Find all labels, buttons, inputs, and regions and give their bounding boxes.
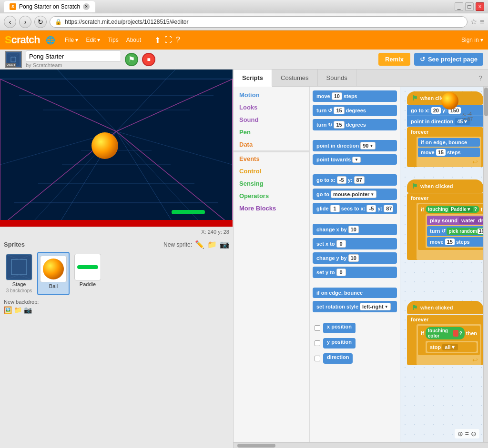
- y-position-checkbox[interactable]: [315, 340, 320, 346]
- block-change-x[interactable]: change x by 10: [313, 224, 397, 235]
- scripting-area[interactable]: ⚑ when clicked go to x: 20 y: 150 point …: [400, 87, 483, 442]
- block-x-position[interactable]: x position: [323, 323, 356, 333]
- glide-x[interactable]: -5: [366, 205, 376, 212]
- browser-menu-button[interactable]: ≡: [480, 18, 484, 26]
- glide-y[interactable]: 87: [384, 205, 393, 212]
- pick-random-block[interactable]: pick random 160 to 200: [447, 228, 483, 235]
- maximize-button[interactable]: □: [465, 2, 474, 11]
- block-set-x[interactable]: set x to 0: [313, 238, 397, 249]
- hat-when-clicked-2[interactable]: ⚑ when clicked: [407, 179, 483, 193]
- rotation-dropdown[interactable]: left-right: [360, 303, 391, 310]
- sign-in-button[interactable]: Sign in ▾: [461, 37, 483, 43]
- move-steps-1[interactable]: move 15 steps: [418, 148, 480, 157]
- upload-icon[interactable]: ⬆: [154, 36, 161, 45]
- direction-checkbox[interactable]: [315, 356, 320, 361]
- category-pen[interactable]: Pen: [234, 126, 309, 138]
- h-scrollbar-thumb[interactable]: [237, 444, 275, 448]
- move-val-1[interactable]: 15: [436, 149, 446, 156]
- about-menu[interactable]: About: [122, 30, 145, 50]
- paddle-dropdown[interactable]: Paddle▼: [449, 207, 473, 212]
- category-control[interactable]: Control: [234, 165, 309, 177]
- camera-backdrop-button[interactable]: 📷: [24, 306, 32, 314]
- set-x-input[interactable]: 0: [336, 240, 346, 248]
- category-sound[interactable]: Sound: [234, 113, 309, 126]
- color-condition[interactable]: touching color ?: [426, 327, 465, 339]
- help-icon[interactable]: ?: [176, 36, 180, 44]
- paddle-sprite-item[interactable]: Paddle: [72, 252, 103, 295]
- play-sound-block[interactable]: play sound water_drop▼: [427, 216, 483, 225]
- if-edge-bounce-1[interactable]: if on edge, bounce: [418, 138, 480, 147]
- tab-costumes[interactable]: Costumes: [272, 70, 318, 86]
- go-y-input[interactable]: 87: [354, 176, 365, 184]
- block-change-y[interactable]: change y by 10: [313, 252, 397, 264]
- tips-menu[interactable]: Tips: [104, 30, 122, 50]
- if-color-block[interactable]: if touching color ? then stop all▼: [418, 326, 480, 355]
- category-sensing[interactable]: Sensing: [234, 177, 309, 189]
- close-button[interactable]: ×: [476, 2, 484, 11]
- green-flag-button[interactable]: ⚑: [125, 53, 138, 66]
- category-more-blocks[interactable]: More Blocks: [234, 202, 309, 214]
- block-point-towards[interactable]: point towards: [313, 154, 397, 165]
- category-motion[interactable]: Motion: [234, 89, 309, 101]
- scrollbar-thumb[interactable]: [484, 88, 488, 116]
- fullscreen-icon[interactable]: ⛶: [164, 36, 172, 44]
- random-min[interactable]: 160: [478, 229, 483, 234]
- paint-sprite-button[interactable]: ✏️: [195, 240, 204, 249]
- remix-button[interactable]: Remix: [378, 53, 410, 66]
- block-y-position[interactable]: y position: [323, 338, 356, 348]
- file-menu[interactable]: File ▾: [61, 30, 82, 50]
- sound-dropdown[interactable]: water_drop▼: [459, 217, 483, 224]
- edit-menu[interactable]: Edit ▾: [82, 30, 104, 50]
- project-name-input[interactable]: [26, 50, 121, 62]
- block-go-to[interactable]: go to mouse-pointer: [313, 189, 397, 200]
- block-direction[interactable]: direction: [323, 353, 353, 364]
- block-set-rotation[interactable]: set rotation style left-right: [313, 301, 397, 312]
- block-turn-ccw[interactable]: turn ↺ 15 degrees: [313, 105, 397, 116]
- glide-secs[interactable]: 1: [330, 205, 340, 212]
- globe-icon[interactable]: 🌐: [46, 36, 55, 45]
- hat-when-clicked-3[interactable]: ⚑ when clicked: [407, 301, 483, 314]
- move-steps-2[interactable]: move 15 steps: [427, 237, 483, 247]
- category-looks[interactable]: Looks: [234, 101, 309, 113]
- address-bar[interactable]: 🔒 https://scratch.mit.edu/projects/10128…: [50, 16, 468, 28]
- degrees-input-ccw[interactable]: 15: [334, 107, 344, 114]
- bookmark-button[interactable]: ☆: [470, 17, 477, 26]
- ball-sprite-item[interactable]: ℹ: [37, 252, 70, 295]
- camera-sprite-button[interactable]: 📷: [220, 240, 229, 249]
- forward-button[interactable]: ›: [19, 16, 31, 28]
- forever-block-3[interactable]: forever if touching color ? then: [407, 315, 483, 365]
- set-y-input[interactable]: 0: [336, 269, 346, 276]
- steps-input[interactable]: 10: [332, 92, 342, 100]
- forever-block-1[interactable]: forever if on edge, bounce move 15 steps…: [407, 127, 483, 167]
- stage-sprite-item[interactable]: Stage 3 backdrops: [4, 252, 34, 295]
- back-button[interactable]: ‹: [4, 16, 16, 28]
- category-operators[interactable]: Operators: [234, 189, 309, 202]
- degrees-input-cw[interactable]: 15: [334, 121, 344, 129]
- minimize-button[interactable]: _: [455, 2, 463, 11]
- block-if-edge-bounce[interactable]: if on edge, bounce: [313, 288, 397, 298]
- block-move-steps[interactable]: move 10 steps: [313, 90, 397, 102]
- go-x-input[interactable]: -5: [337, 176, 346, 184]
- forever-block-2[interactable]: forever if touching Paddle▼ ? then: [407, 193, 483, 260]
- category-data[interactable]: Data: [234, 138, 309, 150]
- direction-dropdown[interactable]: 90: [360, 142, 376, 149]
- upload-sprite-button[interactable]: 📁: [207, 240, 217, 249]
- block-point-direction[interactable]: point in direction 90: [313, 140, 397, 151]
- block-glide[interactable]: glide 1 secs to x: -5 y: 87: [313, 203, 397, 214]
- see-project-button[interactable]: ↺ See project page: [414, 53, 483, 66]
- zoom-reset-button[interactable]: =: [465, 430, 469, 438]
- tab-sounds[interactable]: Sounds: [318, 70, 356, 86]
- tab-close-button[interactable]: ×: [83, 3, 90, 10]
- go-to-dropdown[interactable]: mouse-pointer: [331, 190, 376, 198]
- upload-backdrop-button[interactable]: 📁: [14, 306, 22, 314]
- block-go-to-xy[interactable]: go to x: -5 y: 87: [313, 174, 397, 186]
- stop-dropdown[interactable]: all▼: [442, 344, 458, 350]
- turn-random-block[interactable]: turn ↺ pick random 160 to 200 degrees: [427, 226, 483, 236]
- category-events[interactable]: Events: [234, 152, 309, 165]
- paint-backdrop-button[interactable]: 🖼️: [4, 306, 12, 314]
- x-position-checkbox[interactable]: [315, 325, 320, 331]
- tab-scripts[interactable]: Scripts: [234, 70, 272, 87]
- if-touching-block[interactable]: if touching Paddle▼ ? then play sound wa…: [418, 204, 483, 250]
- stop-button[interactable]: ■: [142, 53, 155, 66]
- change-x-input[interactable]: 10: [348, 226, 359, 233]
